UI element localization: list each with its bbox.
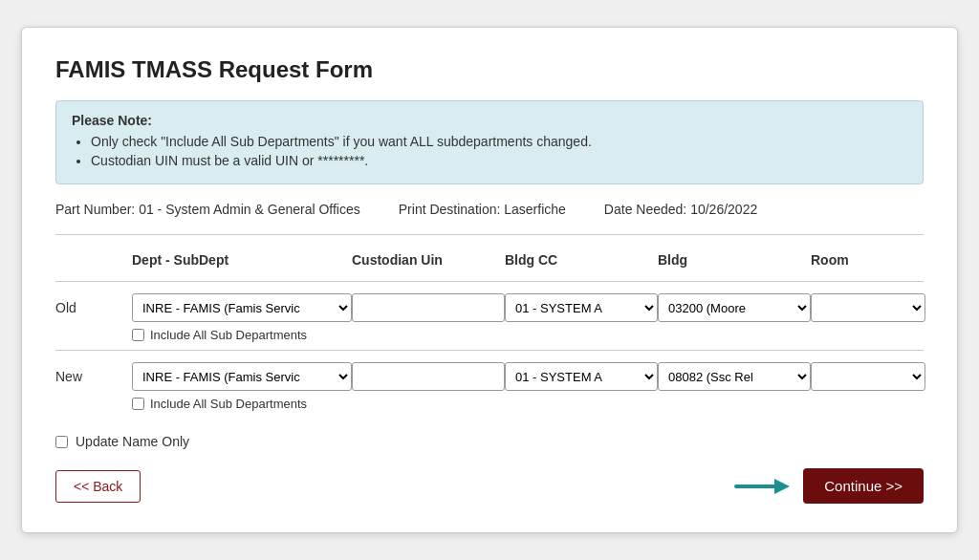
- form-meta: Part Number: 01 - System Admin & General…: [55, 202, 924, 217]
- part-number-value: 01 - System Admin & General Offices: [139, 202, 360, 217]
- print-destination-text: Print Destination: Laserfiche: [399, 202, 566, 217]
- new-dept-select[interactable]: INRE - FAMIS (Famis Servic: [132, 362, 352, 391]
- date-needed-text: Date Needed: 10/26/2022: [604, 202, 757, 217]
- old-label: Old: [55, 300, 132, 315]
- new-row-grid: New INRE - FAMIS (Famis Servic 01 - SYST…: [55, 362, 924, 391]
- update-name-only-label: Update Name Only: [76, 434, 189, 449]
- old-row-grid: Old INRE - FAMIS (Famis Servic 01 - SYST…: [55, 293, 924, 322]
- old-room-select[interactable]: [811, 293, 925, 322]
- bottom-bar: << Back Continue >>: [55, 468, 924, 504]
- date-needed-value: 10/26/2022: [690, 202, 757, 217]
- update-name-only-checkbox[interactable]: [55, 436, 68, 448]
- page-title: FAMIS TMASS Request Form: [55, 56, 924, 83]
- part-number-field: Part Number: 01 - System Admin & General…: [55, 202, 360, 217]
- header-col-custodian: Custodian Uin: [352, 252, 505, 268]
- form-window: FAMIS TMASS Request Form Please Note: On…: [21, 27, 958, 533]
- old-custodian-input[interactable]: [352, 293, 505, 322]
- old-dept-wrapper: INRE - FAMIS (Famis Servic: [132, 293, 352, 322]
- new-bldg-cc-wrapper: 01 - SYSTEM A: [505, 362, 658, 391]
- header-col-dept: Dept - SubDept: [132, 252, 352, 268]
- new-dept-wrapper: INRE - FAMIS (Famis Servic: [132, 362, 352, 391]
- old-bldg-wrapper: 03200 (Moore: [658, 293, 811, 322]
- old-include-sub-label: Include All Sub Departments: [150, 328, 307, 342]
- old-include-sub-checkbox[interactable]: [132, 329, 144, 341]
- back-button[interactable]: << Back: [55, 470, 141, 503]
- old-row-section: Old INRE - FAMIS (Famis Servic 01 - SYST…: [55, 281, 924, 350]
- old-bldg-select[interactable]: 03200 (Moore: [658, 293, 811, 322]
- continue-arrow-icon: [734, 473, 792, 500]
- print-destination-label: Print Destination:: [399, 202, 501, 217]
- old-bldg-cc-wrapper: 01 - SYSTEM A: [505, 293, 658, 322]
- table-header: Dept - SubDept Custodian Uin Bldg CC Bld…: [55, 252, 924, 273]
- arrow-area: Continue >>: [734, 468, 924, 504]
- print-destination-field: Print Destination: Laserfiche: [399, 202, 566, 217]
- header-col-room: Room: [811, 252, 925, 268]
- part-number-label: Part Number:: [55, 202, 135, 217]
- notice-title: Please Note:: [72, 113, 907, 128]
- new-room-wrapper: [811, 362, 925, 391]
- continue-button[interactable]: Continue >>: [803, 468, 924, 504]
- new-custodian-wrapper: [352, 362, 505, 391]
- new-row-section: New INRE - FAMIS (Famis Servic 01 - SYST…: [55, 350, 924, 419]
- new-include-sub-row: Include All Sub Departments: [55, 397, 924, 411]
- divider-1: [55, 234, 924, 235]
- notice-list: Only check "Include All Sub Departments"…: [72, 134, 907, 168]
- part-number-text: Part Number: 01 - System Admin & General…: [55, 202, 360, 217]
- new-bldg-select[interactable]: 08082 (Ssc Rel: [658, 362, 811, 391]
- new-bldg-cc-select[interactable]: 01 - SYSTEM A: [505, 362, 658, 391]
- old-room-wrapper: [811, 293, 925, 322]
- old-custodian-wrapper: [352, 293, 505, 322]
- new-room-select[interactable]: [811, 362, 925, 391]
- new-bldg-wrapper: 08082 (Ssc Rel: [658, 362, 811, 391]
- header-col-empty: [55, 252, 132, 268]
- old-bldg-cc-select[interactable]: 01 - SYSTEM A: [505, 293, 658, 322]
- notice-item-1: Only check "Include All Sub Departments"…: [91, 134, 907, 149]
- new-label: New: [55, 369, 132, 384]
- header-col-bldg: Bldg: [658, 252, 811, 268]
- new-include-sub-label: Include All Sub Departments: [150, 397, 307, 411]
- date-needed-label: Date Needed:: [604, 202, 686, 217]
- svg-marker-1: [774, 479, 790, 494]
- date-needed-field: Date Needed: 10/26/2022: [604, 202, 757, 217]
- old-dept-select[interactable]: INRE - FAMIS (Famis Servic: [132, 293, 352, 322]
- header-col-bldg-cc: Bldg CC: [505, 252, 658, 268]
- print-destination-value: Laserfiche: [504, 202, 566, 217]
- notice-box: Please Note: Only check "Include All Sub…: [55, 100, 924, 184]
- new-custodian-input[interactable]: [352, 362, 505, 391]
- old-include-sub-row: Include All Sub Departments: [55, 328, 924, 342]
- update-name-row: Update Name Only: [55, 434, 924, 449]
- new-include-sub-checkbox[interactable]: [132, 398, 144, 410]
- notice-item-2: Custodian UIN must be a valid UIN or ***…: [91, 153, 907, 168]
